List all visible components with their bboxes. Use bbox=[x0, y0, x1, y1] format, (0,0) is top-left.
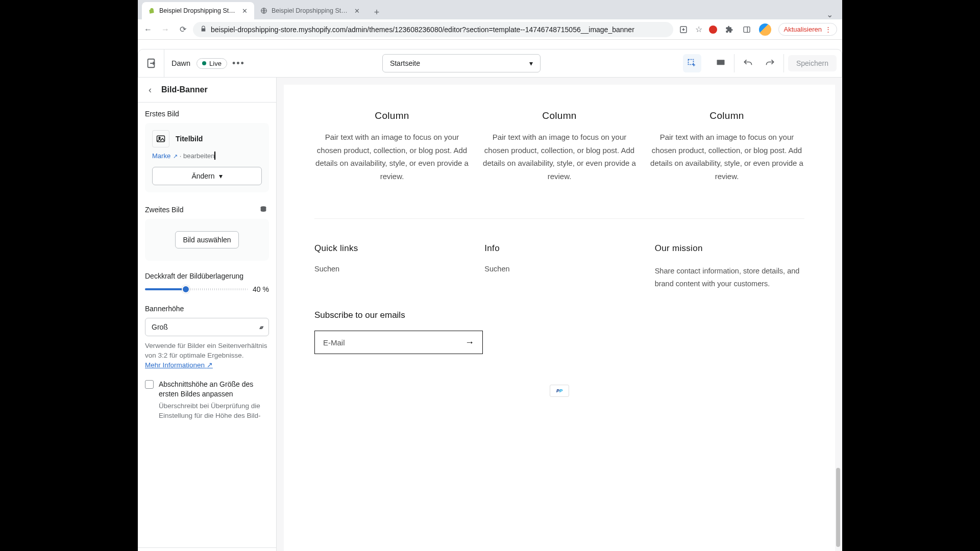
browser-tab[interactable]: Beispiel Dropshipping Store ✕ bbox=[254, 2, 366, 19]
remove-section-button[interactable]: Abschnitt entfernen bbox=[138, 547, 276, 551]
url-text: beispiel-dropshipping-store.myshopify.co… bbox=[211, 26, 634, 34]
overlay-opacity-label: Deckkraft der Bildüberlagerung bbox=[145, 272, 269, 280]
divider bbox=[783, 54, 784, 72]
caret-down-icon: ▾ bbox=[529, 59, 533, 67]
tab-title: Beispiel Dropshipping Store bbox=[272, 7, 349, 14]
address-bar: ← → ⟳ beispiel-dropshipping-store.myshop… bbox=[138, 19, 842, 40]
footer-heading: Info bbox=[484, 243, 634, 254]
column-text: Pair text with an image to focus on your… bbox=[314, 131, 470, 183]
globe-favicon bbox=[260, 7, 267, 14]
footer-link[interactable]: Suchen bbox=[484, 265, 634, 273]
install-icon[interactable] bbox=[678, 24, 689, 35]
adapt-height-description: Überschreibt bei Überprüfung die Einstel… bbox=[159, 402, 269, 421]
preview-frame[interactable]: Column Pair text with an image to focus … bbox=[284, 85, 835, 551]
banner-height-select[interactable]: Groß ▴▾ bbox=[145, 318, 269, 336]
first-image-card: Titelbild Marke ↗ · bearbeiten Ändern ▾ bbox=[145, 123, 269, 192]
undo-button[interactable] bbox=[739, 54, 757, 72]
first-image-label: Erstes Bild bbox=[145, 110, 269, 118]
scroll-thumb[interactable] bbox=[836, 468, 840, 547]
adapt-height-label: Abschnittshöhe an Größe des ersten Bilde… bbox=[159, 380, 269, 399]
scrollbar[interactable] bbox=[836, 78, 840, 551]
viewport-desktop-icon[interactable] bbox=[712, 54, 730, 72]
select-image-button[interactable]: Bild auswählen bbox=[175, 231, 238, 248]
arrow-right-icon[interactable]: → bbox=[465, 337, 474, 348]
status-dot-icon bbox=[202, 61, 206, 65]
divider bbox=[734, 54, 734, 72]
url-input[interactable]: beispiel-dropshipping-store.myshopify.co… bbox=[193, 22, 673, 37]
close-icon[interactable]: ✕ bbox=[241, 7, 248, 14]
footer-heading: Our mission bbox=[655, 243, 804, 254]
main-layout: ‹ Bild-Banner Erstes Bild Titelbild Mark… bbox=[138, 78, 842, 551]
extensions-icon[interactable] bbox=[724, 24, 734, 35]
more-actions-button[interactable]: ••• bbox=[227, 58, 250, 69]
adapt-height-checkbox[interactable] bbox=[145, 380, 154, 389]
second-image-label: Zweites Bild bbox=[145, 206, 183, 214]
column-text: Pair text with an image to focus on your… bbox=[482, 131, 637, 183]
bookmark-icon[interactable]: ☆ bbox=[694, 24, 704, 35]
column-title: Column bbox=[314, 110, 470, 121]
forward-button[interactable]: → bbox=[160, 24, 170, 35]
overlay-opacity-slider[interactable] bbox=[145, 288, 248, 290]
browser-tabbar: Beispiel Dropshipping Store · D ✕ Beispi… bbox=[138, 0, 842, 19]
theme-name: Dawn bbox=[164, 59, 190, 67]
browser-tab-active[interactable]: Beispiel Dropshipping Store · D ✕ bbox=[142, 2, 254, 19]
image-meta: Marke ↗ · bearbeiten bbox=[152, 152, 262, 160]
browser-update-button[interactable]: Aktualisieren ⋮ bbox=[778, 23, 837, 36]
second-image-card: Bild auswählen bbox=[145, 219, 269, 261]
column-title: Column bbox=[482, 110, 637, 121]
email-input[interactable]: E-Mail → bbox=[314, 331, 483, 354]
extension-opera-icon[interactable] bbox=[709, 26, 717, 34]
payment-icons: PP bbox=[314, 374, 804, 407]
reload-button[interactable]: ⟳ bbox=[178, 24, 188, 35]
back-button[interactable]: ‹ bbox=[145, 85, 155, 95]
image-name: Titelbild bbox=[176, 135, 203, 143]
svg-rect-2 bbox=[744, 27, 750, 32]
slider-thumb[interactable] bbox=[182, 285, 190, 293]
image-thumbnail bbox=[152, 130, 169, 147]
footer-heading: Quick links bbox=[314, 243, 464, 254]
inspector-toggle[interactable] bbox=[683, 54, 701, 72]
section-title: Bild-Banner bbox=[161, 85, 208, 94]
tab-title: Beispiel Dropshipping Store · D bbox=[159, 7, 237, 14]
kebab-icon: ⋮ bbox=[825, 26, 831, 33]
external-link-icon: ↗ bbox=[172, 153, 178, 159]
column: Column Pair text with an image to focus … bbox=[649, 110, 804, 183]
new-tab-button[interactable]: + bbox=[370, 5, 384, 19]
subscribe-section: Subscribe to our emails E-Mail → bbox=[314, 305, 804, 374]
change-image-button[interactable]: Ändern ▾ bbox=[152, 167, 262, 185]
chevron-down-icon[interactable]: ⌄ bbox=[821, 10, 838, 19]
brand-link[interactable]: Marke ↗ bbox=[152, 152, 178, 160]
footer-section: Quick links Suchen Info Suchen Our missi… bbox=[314, 218, 804, 305]
sidebar-header: ‹ Bild-Banner bbox=[138, 78, 276, 103]
column: Column Pair text with an image to focus … bbox=[482, 110, 637, 183]
column-title: Column bbox=[649, 110, 804, 121]
profile-avatar[interactable] bbox=[759, 23, 771, 36]
page-selector[interactable]: Startseite ▾ bbox=[382, 54, 541, 72]
back-button[interactable]: ← bbox=[143, 24, 153, 35]
footer-link[interactable]: Suchen bbox=[314, 265, 464, 273]
caret-down-icon: ▾ bbox=[219, 172, 223, 180]
external-link-icon: ↗ bbox=[207, 361, 213, 369]
text-cursor bbox=[214, 152, 215, 160]
more-info-link[interactable]: Mehr Informationen ↗ bbox=[145, 361, 213, 369]
footer-text: Share contact information, store details… bbox=[655, 265, 804, 290]
select-arrows-icon: ▴▾ bbox=[259, 324, 262, 331]
preview-area: Column Pair text with an image to focus … bbox=[277, 78, 842, 551]
column: Column Pair text with an image to focus … bbox=[314, 110, 470, 183]
banner-height-help: Verwende für Bilder ein Seitenverhältnis… bbox=[145, 341, 269, 370]
sidepanel-icon[interactable] bbox=[742, 24, 752, 35]
save-button[interactable]: Speichern bbox=[788, 55, 837, 71]
redo-button[interactable] bbox=[761, 54, 779, 72]
close-icon[interactable]: ✕ bbox=[353, 7, 360, 14]
settings-sidebar: ‹ Bild-Banner Erstes Bild Titelbild Mark… bbox=[138, 78, 277, 551]
overlay-opacity-value: 40 % bbox=[253, 285, 269, 293]
exit-editor-icon[interactable] bbox=[145, 58, 157, 69]
subscribe-title: Subscribe to our emails bbox=[314, 310, 804, 320]
email-placeholder: E-Mail bbox=[323, 338, 345, 347]
dynamic-source-icon[interactable] bbox=[259, 206, 269, 214]
svg-point-7 bbox=[159, 137, 160, 139]
multicolumn-section: Column Pair text with an image to focus … bbox=[314, 105, 804, 218]
live-badge: Live bbox=[197, 58, 227, 69]
banner-height-label: Bannerhöhe bbox=[145, 305, 269, 313]
svg-rect-5 bbox=[717, 60, 724, 65]
